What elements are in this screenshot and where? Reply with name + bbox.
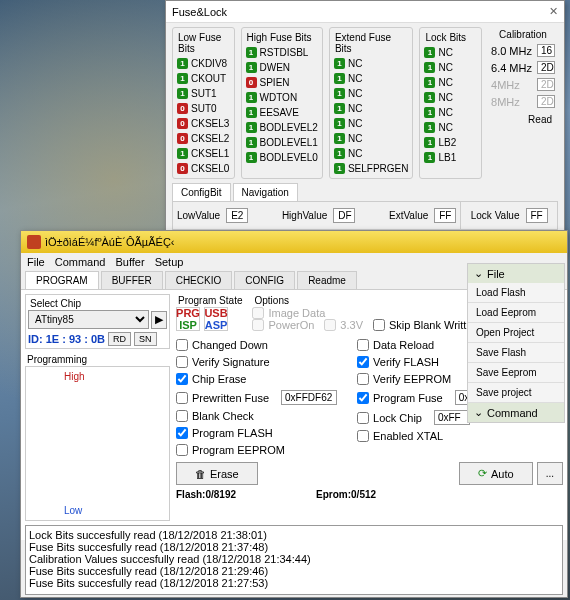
fuse-bit-row[interactable]: 0CKSEL2 [175, 131, 232, 146]
bit-led: 0 [177, 163, 188, 174]
check-prewritten-fuse[interactable] [176, 392, 188, 404]
auto-button[interactable]: ⟳Auto [459, 462, 533, 485]
menu-command[interactable]: Command [55, 256, 106, 268]
fuse-bit-row[interactable]: 1NC [422, 60, 479, 75]
lock-hex[interactable]: 0xFF [434, 410, 470, 425]
tab-checkio[interactable]: CHECKIO [165, 271, 233, 289]
tab-buffer[interactable]: BUFFER [101, 271, 163, 289]
sn-button[interactable]: SN [134, 332, 157, 346]
rd-button[interactable]: RD [108, 332, 131, 346]
bit-led: 1 [334, 133, 345, 144]
chip-select[interactable]: ATtiny85 [28, 310, 149, 329]
tab-config[interactable]: CONFIG [234, 271, 295, 289]
usb-asp-icon[interactable]: USBASP [204, 307, 228, 331]
fuse-bit-row[interactable]: 1NC [332, 56, 411, 71]
check-verify-flash[interactable] [357, 356, 369, 368]
side-item[interactable]: Load Eeprom [468, 303, 564, 323]
tab-navigation[interactable]: Navigation [233, 183, 298, 201]
bit-led: 1 [246, 47, 257, 58]
check-verify-eeprom[interactable] [357, 373, 369, 385]
low-value-input[interactable]: E2 [226, 208, 248, 223]
fuse-bit-row[interactable]: 1RSTDISBL [244, 45, 320, 60]
chip-id-value: 1E : 93 : 0B [46, 333, 105, 345]
fuse-bit-row[interactable]: 1NC [332, 116, 411, 131]
fuse-bit-row[interactable]: 1BODLEVEL2 [244, 120, 320, 135]
bit-led: 1 [246, 107, 257, 118]
check-program-eeprom[interactable] [176, 444, 188, 456]
fuse-bit-row[interactable]: 1SUT1 [175, 86, 232, 101]
fuse-bit-row[interactable]: 1BODLEVEL1 [244, 135, 320, 150]
fuse-bit-row[interactable]: 1DWEN [244, 60, 320, 75]
menu-buffer[interactable]: Buffer [115, 256, 144, 268]
tab-readme[interactable]: Readme [297, 271, 357, 289]
fuse-titlebar[interactable]: Fuse&Lock ✕ [166, 1, 564, 23]
menu-file[interactable]: File [27, 256, 45, 268]
fuse-bit-row[interactable]: 1NC [332, 86, 411, 101]
tab-configbit[interactable]: ConfigBit [172, 183, 231, 201]
log-area[interactable]: Lock Bits succesfully read (18/12/2018 2… [25, 525, 563, 595]
log-line: Calibration Values succesfully read (18/… [29, 553, 559, 565]
menu-setup[interactable]: Setup [155, 256, 184, 268]
fuse-bit-row[interactable]: 1NC [422, 105, 479, 120]
ext-value-input[interactable]: FF [434, 208, 456, 223]
fuse-bit-row[interactable]: 0SPIEN [244, 75, 320, 90]
main-titlebar[interactable]: ìÖ±ðìáÉ¼fºÀúÈ´ÔÃµÃÉÇ‹ [21, 231, 567, 253]
side-item[interactable]: Save Flash [468, 343, 564, 363]
eprom-info: Eprom:0/512 [316, 489, 376, 500]
log-line: Lock Bits succesfully read (18/12/2018 2… [29, 529, 559, 541]
prg-isp-icon[interactable]: PRGISP [176, 307, 200, 331]
fuse-bit-row[interactable]: 1BODLEVEL0 [244, 150, 320, 165]
fuse-bit-row[interactable]: 1NC [422, 120, 479, 135]
check-chip-erase[interactable] [176, 373, 188, 385]
fuse-bit-row[interactable]: 1NC [332, 71, 411, 86]
fuse-bit-row[interactable]: 0SUT0 [175, 101, 232, 116]
fuse-bit-row[interactable]: 0CKSEL3 [175, 116, 232, 131]
fuse-bit-row[interactable]: 1SELFPRGEN [332, 161, 411, 176]
side-item[interactable]: Save Eeprom [468, 363, 564, 383]
check-verify-signature[interactable] [176, 356, 188, 368]
fuse-bit-row[interactable]: 1WDTON [244, 90, 320, 105]
side-panel: ⌄File Load FlashLoad EepromOpen ProjectS… [467, 263, 565, 423]
fuse-bit-row[interactable]: 1EESAVE [244, 105, 320, 120]
check-changed-down[interactable] [176, 339, 188, 351]
app-icon [27, 235, 41, 249]
lock-value-input[interactable]: FF [526, 208, 548, 223]
side-item[interactable]: Open Project [468, 323, 564, 343]
fuse-bit-row[interactable]: 1CKDIV8 [175, 56, 232, 71]
fuse-bit-row[interactable]: 1CKSEL1 [175, 146, 232, 161]
fuse-bit-row[interactable]: 1NC [422, 45, 479, 60]
erase-button[interactable]: 🗑Erase [176, 462, 258, 485]
prewritten-hex[interactable]: 0xFFDF62 [281, 390, 337, 405]
check-data-reload[interactable] [357, 339, 369, 351]
check-enabled-xtal[interactable] [357, 430, 369, 442]
side-file-header[interactable]: ⌄File [468, 264, 564, 283]
fuse-bit-row[interactable]: 1LB1 [422, 150, 479, 165]
fuse-bit-row[interactable]: 1CKOUT [175, 71, 232, 86]
check-program-flash[interactable] [176, 427, 188, 439]
side-item[interactable]: Load Flash [468, 283, 564, 303]
bit-led: 1 [334, 58, 345, 69]
close-icon[interactable]: ✕ [549, 5, 558, 18]
fuse-bit-row[interactable]: 1NC [332, 146, 411, 161]
fuse-bit-row[interactable]: 1NC [332, 101, 411, 116]
more-button[interactable]: ... [537, 462, 563, 485]
skip-blank-check[interactable] [373, 319, 385, 331]
calib-read-button[interactable]: Read [488, 110, 558, 129]
bit-led: 1 [424, 62, 435, 73]
fuse-bit-row[interactable]: 1LB2 [422, 135, 479, 150]
side-command-header[interactable]: ⌄Command [468, 403, 564, 422]
bit-led: 1 [424, 137, 435, 148]
side-item[interactable]: Save project [468, 383, 564, 403]
chevron-down-icon: ⌄ [474, 267, 483, 280]
fuse-bit-row[interactable]: 1NC [422, 90, 479, 105]
high-value-input[interactable]: DF [333, 208, 355, 223]
chip-go-button[interactable]: ▶ [151, 311, 167, 329]
fuse-bit-row[interactable]: 1NC [422, 75, 479, 90]
tab-program[interactable]: PROGRAM [25, 271, 99, 289]
bit-led: 1 [334, 163, 345, 174]
fuse-bit-row[interactable]: 1NC [332, 131, 411, 146]
check-lock-chip[interactable] [357, 412, 369, 424]
fuse-bit-row[interactable]: 0CKSEL0 [175, 161, 232, 176]
check-program-fuse[interactable] [357, 392, 369, 404]
check-blank-check[interactable] [176, 410, 188, 422]
